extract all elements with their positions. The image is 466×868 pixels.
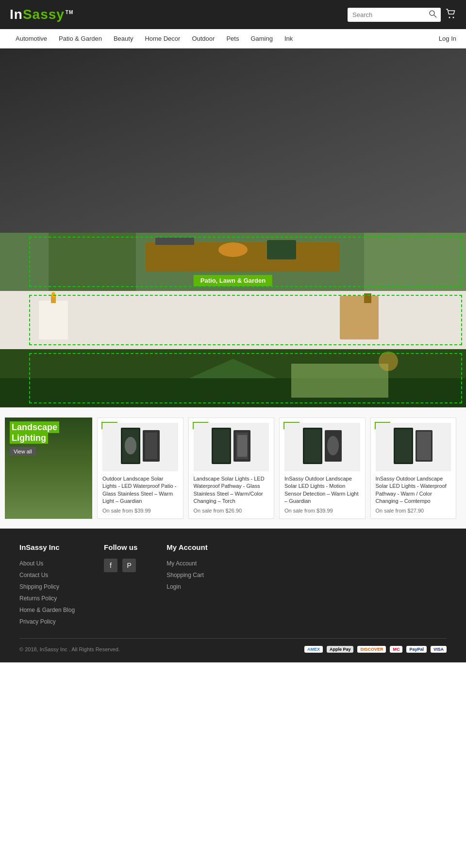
svg-rect-10	[364, 233, 466, 291]
nav-item-patio[interactable]: Patio & Garden	[53, 30, 108, 47]
product-title-3: InSassy Outdoor Landscape Solar LED Ligh…	[284, 475, 360, 505]
product-svg-2	[209, 425, 253, 469]
product-price-1: On sale from $39.99	[102, 508, 178, 514]
nav-link-outdoor[interactable]: Outdoor	[186, 30, 220, 47]
nav-item-outdoor[interactable]: Outdoor	[186, 30, 220, 47]
footer-link-about[interactable]: About Us	[19, 560, 43, 567]
payment-visa: VISA	[431, 646, 447, 653]
product-title-4: InSassy Outdoor Landscape Solar LED Ligh…	[376, 475, 451, 505]
header-right	[348, 8, 456, 22]
product-card: Sale Landscape Solar Lights - LED Waterp…	[188, 418, 275, 519]
footer-link-blog[interactable]: Home & Garden Blog	[19, 607, 75, 613]
svg-point-0	[430, 11, 434, 16]
product-image-1	[102, 423, 178, 471]
nav-item-homedecor[interactable]: Home Decor	[139, 30, 186, 47]
nav-link-beauty[interactable]: Beauty	[108, 30, 139, 47]
login-link[interactable]: Log In	[439, 35, 456, 42]
footer-link-myaccount[interactable]: My Account	[166, 560, 197, 567]
logo[interactable]: InSassyTM	[10, 7, 73, 22]
product-grid: Sale Outdoor Landscape Solar Lights - LE…	[92, 418, 461, 519]
footer-link-returns[interactable]: Returns Policy	[19, 595, 57, 602]
svg-rect-28	[213, 429, 230, 463]
svg-rect-6	[155, 238, 194, 245]
search-input[interactable]	[348, 9, 425, 21]
svg-point-26	[125, 437, 136, 454]
product-svg-3	[300, 425, 344, 469]
footer-link-contact[interactable]: Contact Us	[19, 572, 48, 579]
list-item: Shipping Policy	[19, 582, 75, 591]
nav-link-ink[interactable]: Ink	[279, 30, 299, 47]
footer: InSassy Inc About Us Contact Us Shipping…	[0, 529, 466, 662]
svg-rect-16	[364, 293, 371, 303]
view-all-button[interactable]: View all	[10, 447, 36, 456]
svg-point-2	[449, 16, 450, 18]
footer-link-login[interactable]: Login	[166, 583, 181, 590]
cart-button[interactable]	[446, 9, 456, 21]
nav-item-automotive[interactable]: Automotive	[10, 30, 53, 47]
list-item: About Us	[19, 559, 75, 567]
product-card: Sale InSassy Outdoor Landscape Solar LED…	[370, 418, 457, 519]
svg-point-35	[327, 436, 339, 455]
nav-link-homedecor[interactable]: Home Decor	[139, 30, 186, 47]
svg-rect-33	[304, 429, 321, 463]
category-title-line2: Lighting	[10, 432, 48, 444]
footer-col-insassy: InSassy Inc About Us Contact Us Shipping…	[19, 543, 75, 628]
product-image-2	[194, 423, 269, 471]
header: InSassyTM	[0, 0, 466, 29]
list-item: Privacy Policy	[19, 617, 75, 626]
footer-col-social: Follow us f P	[104, 543, 137, 628]
svg-point-14	[51, 292, 55, 298]
banner-camping-image	[0, 349, 466, 407]
footer-link-privacy[interactable]: Privacy Policy	[19, 618, 56, 625]
footer-link-cart[interactable]: Shopping Cart	[166, 572, 204, 579]
cart-icon	[446, 9, 456, 18]
nav-item-pets[interactable]: Pets	[220, 30, 245, 47]
list-item: Returns Policy	[19, 594, 75, 602]
svg-rect-11	[0, 291, 466, 349]
banner-patio: Patio, Lawn & Garden	[0, 233, 466, 291]
product-price-4: On sale from $27.90	[376, 508, 451, 514]
list-item: My Account	[166, 559, 207, 567]
footer-bottom: © 2018, InSassy Inc . All Rights Reserve…	[19, 638, 447, 653]
footer-social-heading: Follow us	[104, 543, 137, 551]
search-box	[348, 8, 441, 22]
payment-mastercard: MC	[390, 646, 402, 653]
footer-insassy-links: About Us Contact Us Shipping Policy Retu…	[19, 559, 75, 626]
product-title-2: Landscape Solar Lights - LED Waterproof …	[194, 475, 269, 505]
nav-link-gaming[interactable]: Gaming	[245, 30, 279, 47]
list-item: Home & Garden Blog	[19, 605, 75, 614]
footer-link-shipping[interactable]: Shipping Policy	[19, 583, 59, 590]
svg-rect-20	[291, 364, 388, 398]
nav-link-automotive[interactable]: Automotive	[10, 30, 53, 47]
svg-rect-9	[49, 233, 136, 291]
svg-rect-25	[145, 433, 157, 459]
list-item: Shopping Cart	[166, 570, 207, 579]
nav-link-patio[interactable]: Patio & Garden	[53, 30, 108, 47]
search-button[interactable]	[425, 8, 441, 22]
pinterest-link[interactable]: P	[122, 559, 136, 572]
logo-in: In	[10, 7, 23, 22]
banner-camping	[0, 349, 466, 407]
camping-svg	[0, 349, 466, 407]
facebook-link[interactable]: f	[104, 559, 117, 572]
product-price-2: On sale from $26.90	[194, 508, 269, 514]
product-title-1: Outdoor Landscape Solar Lights - LED Wat…	[102, 475, 178, 505]
category-title-line1: Landscape	[10, 421, 59, 433]
payment-amex: AMEX	[304, 646, 323, 653]
svg-rect-31	[237, 435, 247, 457]
product-image-4	[376, 423, 451, 471]
nav-item-ink[interactable]: Ink	[279, 30, 299, 47]
search-icon	[429, 10, 437, 18]
product-card: Sale InSassy Outdoor Landscape Solar LED…	[279, 418, 366, 519]
payment-paypal: PayPal	[406, 646, 427, 653]
svg-rect-37	[395, 429, 412, 463]
svg-point-7	[218, 242, 248, 257]
logo-sassy: Sassy	[23, 7, 65, 22]
svg-point-3	[453, 16, 454, 18]
footer-columns: InSassy Inc About Us Contact Us Shipping…	[19, 543, 447, 628]
nav-item-gaming[interactable]: Gaming	[245, 30, 279, 47]
nav-item-beauty[interactable]: Beauty	[108, 30, 139, 47]
svg-rect-15	[340, 296, 379, 339]
nav-link-pets[interactable]: Pets	[220, 30, 245, 47]
patio-label: Patio, Lawn & Garden	[194, 275, 272, 286]
